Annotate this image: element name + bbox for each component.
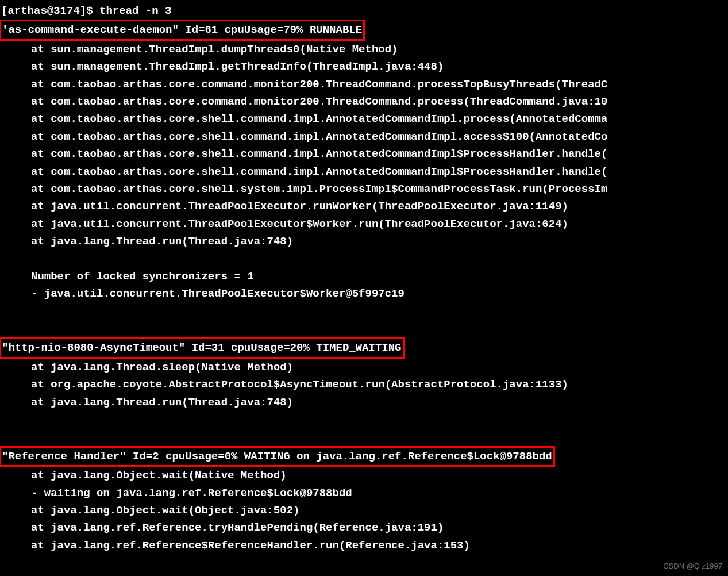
stack-line: [1, 250, 727, 267]
stack-line: at java.util.concurrent.ThreadPoolExecut…: [1, 216, 727, 233]
blank-line: [1, 303, 727, 320]
stack-line: - java.util.concurrent.ThreadPoolExecuto…: [1, 285, 727, 302]
stack-line: at sun.management.ThreadImpl.dumpThreads…: [1, 41, 727, 58]
stack-line: at com.taobao.arthas.core.shell.command.…: [1, 145, 727, 163]
stack-line: at com.taobao.arthas.core.shell.command.…: [1, 110, 727, 128]
stack-line: at com.taobao.arthas.core.shell.command.…: [1, 163, 727, 181]
stack-line: at org.apache.coyote.AbstractProtocol$As…: [1, 376, 727, 393]
stack-line: at java.lang.Thread.run(Thread.java:748): [1, 233, 727, 250]
stack-line: at com.taobao.arthas.core.command.monito…: [1, 76, 727, 93]
stack-line: at com.taobao.arthas.core.command.monito…: [1, 93, 727, 110]
stack-line: at java.lang.ref.Reference.tryHandlePend…: [1, 519, 727, 536]
stack-line: at java.lang.Thread.run(Thread.java:748): [1, 394, 727, 411]
stack-line: at com.taobao.arthas.core.shell.command.…: [1, 128, 727, 145]
thread-block-3: "Reference Handler" Id=2 cpuUsage=0% WAI…: [1, 446, 727, 554]
blank-line: [1, 428, 727, 446]
thread-block-1: 'as-command-execute-daemon" Id=61 cpuUsa…: [1, 20, 727, 302]
stack-line: at com.taobao.arthas.core.shell.system.i…: [1, 181, 727, 198]
stack-line: at java.lang.Object.wait(Native Method): [1, 467, 727, 484]
stack-line: Number of locked synchronizers = 1: [1, 268, 727, 285]
stack-line: at sun.management.ThreadImpl.getThreadIn…: [1, 58, 727, 75]
blank-line: [1, 320, 727, 337]
terminal-output[interactable]: [arthas@3174]$ thread -n 3 'as-command-e…: [0, 0, 728, 556]
stack-line: at java.lang.Object.wait(Object.java:502…: [1, 502, 727, 519]
thread-header-2: "http-nio-8080-AsyncTimeout" Id=31 cpuUs…: [0, 337, 405, 358]
stack-line: at java.util.concurrent.ThreadPoolExecut…: [1, 198, 727, 215]
stack-line: - waiting on java.lang.ref.Reference$Loc…: [1, 485, 727, 502]
thread-block-2: "http-nio-8080-AsyncTimeout" Id=31 cpuUs…: [1, 337, 727, 411]
blank-line: [1, 411, 727, 428]
thread-header-1: 'as-command-execute-daemon" Id=61 cpuUsa…: [0, 20, 365, 40]
watermark: CSDN @Q z1997: [663, 560, 722, 573]
thread-header-3: "Reference Handler" Id=2 cpuUsage=0% WAI…: [0, 446, 555, 467]
stack-line: at java.lang.ref.Reference$ReferenceHand…: [1, 537, 727, 554]
stack-line: at java.lang.Thread.sleep(Native Method): [1, 359, 727, 376]
command-prompt[interactable]: [arthas@3174]$ thread -n 3: [1, 2, 727, 20]
